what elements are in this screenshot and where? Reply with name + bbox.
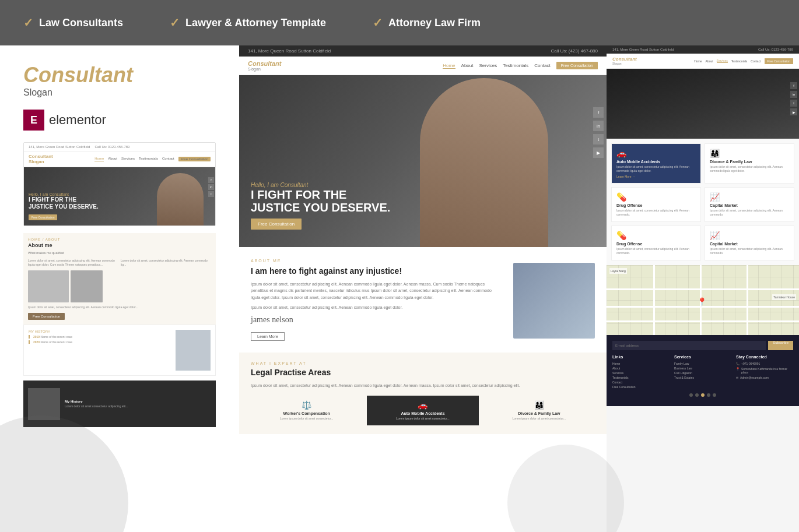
- timeline-item-2: 2020 Name of the recent case: [29, 340, 172, 344]
- rp-nav-services[interactable]: Services: [717, 59, 728, 63]
- cp-navbar: Consultant Slogan Home About Services Te…: [239, 57, 607, 75]
- rp-footer-links-title: Links: [612, 355, 670, 359]
- location-icon: 📍: [736, 367, 740, 371]
- rp-footer-link-about[interactable]: About: [612, 367, 670, 370]
- rp-footer-subscribe-btn[interactable]: Subscribe: [768, 341, 793, 350]
- rp-social-in[interactable]: in: [790, 91, 797, 98]
- cp-hero-title-line2: JUSTICE YOU DESERVE.: [251, 201, 390, 214]
- rp-footer-svc-civil[interactable]: Civil Litigation: [674, 371, 731, 375]
- cp-hero-social: f in t ▶: [590, 104, 607, 161]
- rp-dot-4[interactable]: [707, 393, 710, 397]
- rp-footer-services-title: Services: [674, 355, 731, 359]
- email-icon: ✉: [736, 376, 738, 379]
- rp-dot-3[interactable]: [701, 393, 705, 397]
- rp-family-law-icon: 👨‍👩‍👧: [710, 149, 789, 158]
- rp-footer-link-home[interactable]: Home: [612, 362, 670, 365]
- cp-about-img: [513, 263, 595, 339]
- cp-hero-cta[interactable]: Free Consultation: [251, 219, 302, 230]
- timeline-year-2: 2020: [33, 340, 40, 344]
- rp-sc-text-5: Ipsum dolor sit amet, consectetur adipis…: [616, 247, 696, 255]
- phone-icon: 📞: [736, 362, 740, 365]
- rp-map: 📍 Laylai Marg Tamrakar House: [607, 265, 799, 335]
- rp-nav-testimonials[interactable]: Testimonials: [731, 59, 748, 63]
- rp-footer-link-consultation[interactable]: Free Consultation: [612, 385, 670, 389]
- cp-nav-contact[interactable]: Contact: [534, 63, 551, 68]
- pc-nav-contact: Contact: [162, 157, 174, 161]
- social-in-left: in: [208, 184, 214, 190]
- preview-cta-btn[interactable]: Free Consultation: [28, 313, 65, 320]
- rp-sc-title-6: Capital Market: [710, 242, 789, 246]
- check-icon-2: ✓: [170, 16, 180, 30]
- rp-nav-contact[interactable]: Contact: [751, 59, 761, 63]
- elementor-text: elementor: [49, 112, 106, 128]
- rp-sc-link-1[interactable]: Learn More →: [616, 175, 696, 178]
- preview-hero: Hello, I am Consultant I FIGHT FOR THEJU…: [24, 167, 215, 226]
- rp-service-card-5: 💊 Drug Offense Ipsum dolor sit amet, con…: [611, 226, 701, 260]
- social-fb-left: f: [208, 177, 214, 183]
- top-bar-item-2: ✓ Lawyer & Attorney Template: [170, 16, 326, 30]
- cp-learn-btn[interactable]: Learn More: [251, 332, 285, 341]
- rp-footer-email-input[interactable]: [612, 341, 766, 350]
- preview-history-img: [176, 330, 211, 371]
- cp-hero-subtitle: Hello, I am Consultant: [251, 182, 390, 188]
- rp-capital-market-icon-2: 📈: [710, 231, 789, 240]
- rp-topbar: 141, Mere Green Road Sutton Coldfield Ca…: [607, 45, 799, 54]
- pc-nav-services: Services: [121, 157, 135, 161]
- preview-card-nav-hero: 141, Mere Green Road Sutton Coldfield Ca…: [23, 142, 216, 226]
- social-fb[interactable]: f: [593, 107, 604, 118]
- elementor-icon: E: [23, 110, 44, 131]
- cp-nav-testimonials[interactable]: Testimonials: [503, 63, 528, 68]
- preview-hero-title: I FIGHT FOR THEJUSTICE YOU DESERVE.: [29, 196, 211, 210]
- rp-footer-link-contact[interactable]: Contact: [612, 380, 670, 384]
- main-area: Consultant Slogan E elementor 141, Mere …: [0, 45, 799, 532]
- rp-footer-email: ✉ Admin@example.com: [736, 376, 793, 379]
- rp-road-h3: [607, 320, 799, 322]
- cp-about-body2: Ipsum dolor sit amet, consectetur adipis…: [251, 304, 502, 311]
- rp-sc-text-4: Ipsum dolor sit amet, consectetur adipis…: [710, 209, 789, 217]
- top-bar: ✓ Law Consultants ✓ Lawyer & Attorney Te…: [0, 0, 799, 45]
- cp-nav-services[interactable]: Services: [479, 63, 497, 68]
- cp-nav-slogan: Slogan: [248, 67, 281, 71]
- preview-hero-btn[interactable]: Free Consultation: [29, 214, 57, 220]
- cp-nav-about[interactable]: About: [461, 63, 474, 68]
- preview-timeline: 2019 Name of the recent case 2020 Name o…: [29, 335, 172, 344]
- rp-dot-1[interactable]: [689, 393, 693, 397]
- left-bottom-title: My History: [65, 400, 211, 403]
- rp-dot-2[interactable]: [695, 393, 699, 397]
- rp-nav-about[interactable]: About: [706, 59, 713, 63]
- preview-about-text-block2: Lorem dolor sit amet, consectetur adipis…: [121, 259, 211, 267]
- social-tw[interactable]: t: [593, 134, 604, 145]
- preview-about-images: Lorem dolor sit amet, consectetur adipis…: [28, 259, 211, 267]
- rp-dot-5[interactable]: [713, 393, 716, 397]
- rp-address: 141, Mere Green Road Sutton Coldfield: [612, 48, 674, 51]
- social-tw-left: t: [208, 191, 214, 197]
- cp-practice-card-1: ⚖️ Worker's Compensation Lorem ipsum dol…: [251, 396, 362, 425]
- rp-footer-svc-business[interactable]: Business Law: [674, 367, 731, 370]
- rp-hero-social: f in t ▶: [789, 80, 799, 117]
- rp-footer-svc-trust[interactable]: Trust & Estates: [674, 376, 731, 379]
- rp-nav-home[interactable]: Home: [694, 59, 702, 63]
- top-bar-label-3: Attorney Law Firm: [388, 17, 481, 29]
- cp-about-left: I am here to fight against any injustice…: [251, 263, 502, 341]
- rp-social-yt[interactable]: ▶: [790, 108, 797, 115]
- rp-footer-svc-family[interactable]: Family Law: [674, 362, 731, 365]
- cp-nav-cta[interactable]: Free Consultation: [556, 62, 598, 69]
- pc-nav-cta[interactable]: Free Consultation: [178, 157, 211, 161]
- rp-sc-text-2: Ipsum dolor sit amet, consectetur adipis…: [710, 165, 789, 173]
- cp-address: 141, More Queen Road Sutton Coldfield: [248, 48, 331, 54]
- cp-nav-home[interactable]: Home: [443, 63, 455, 69]
- rp-nav-cta[interactable]: Free Consultation: [765, 58, 793, 64]
- pc-nav-testimonials: Testimonials: [139, 157, 158, 161]
- social-yt[interactable]: ▶: [593, 147, 604, 158]
- rp-sc-title-2: Divorce & Family Law: [710, 160, 789, 164]
- preview-img-2: [71, 270, 103, 302]
- preview-card-header: 141, Mere Green Road Sutton Coldfield Ca…: [24, 143, 215, 152]
- rp-social-tw[interactable]: t: [790, 100, 797, 107]
- rp-social-fb[interactable]: f: [790, 82, 797, 89]
- preview-about-body: What makes me qualified: [28, 251, 211, 255]
- rp-footer-connected-col: Stay Connected 📞 +971-0646991 📍 Somewher…: [736, 355, 793, 390]
- social-in[interactable]: in: [593, 121, 604, 131]
- rp-footer-link-services[interactable]: Services: [612, 371, 670, 375]
- rp-footer-link-testimonials[interactable]: Testimonials: [612, 376, 670, 379]
- rp-map-label-1: Laylai Marg: [609, 268, 627, 274]
